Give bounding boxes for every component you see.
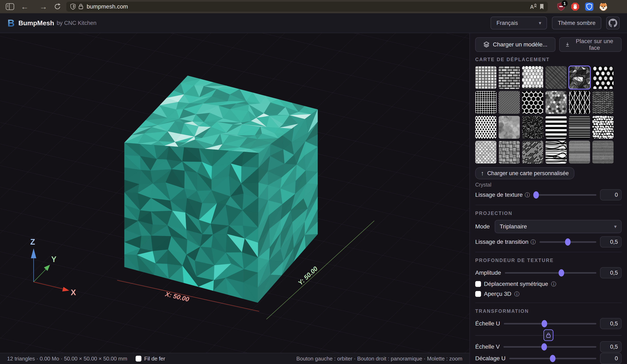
texture-map-honeycomb[interactable] <box>522 91 543 114</box>
svg-text:A: A <box>530 4 534 10</box>
texture-map-knit[interactable] <box>592 91 614 114</box>
preview-3d-checkbox[interactable] <box>475 291 481 297</box>
github-icon <box>609 19 617 27</box>
info-icon[interactable]: ⓘ <box>551 281 556 288</box>
z-axis-label: Z <box>30 238 35 246</box>
browser-reload-icon[interactable] <box>53 3 61 10</box>
texture-map-planks[interactable] <box>569 141 590 163</box>
browser-sidebar-toggle-icon[interactable] <box>5 2 14 11</box>
texture-map-hex-mosaic[interactable] <box>545 91 567 114</box>
bitwarden-shield-extension-icon[interactable] <box>585 2 594 11</box>
texture-map-pixel-noise[interactable] <box>522 116 543 139</box>
download-icon <box>565 42 570 48</box>
info-icon[interactable]: ⓘ <box>530 239 536 245</box>
scale-u-slider[interactable] <box>504 323 596 324</box>
texture-map-basket-weave[interactable] <box>499 141 520 163</box>
texture-map-grid-lines[interactable] <box>475 91 496 114</box>
wireframe-toggle[interactable]: Fil de fer <box>136 356 165 362</box>
texture-map-pebbles[interactable] <box>592 116 614 139</box>
texture-smoothing-row: Lissage de textureⓘ 0 <box>475 189 622 201</box>
amplitude-slider[interactable] <box>505 272 596 274</box>
symmetric-displacement-label: Déplacement symétrique <box>484 281 548 287</box>
texture-map-dots[interactable] <box>592 66 614 89</box>
load-model-label: Charger un modèle... <box>493 41 547 48</box>
texture-depth-section-title: PROFONDEUR DE TEXTURE <box>475 258 622 263</box>
preview-3d-label: Aperçu 3D <box>484 291 511 297</box>
transition-smoothing-value[interactable]: 0,5 <box>600 236 622 248</box>
scale-u-label: Échelle U <box>475 320 500 327</box>
slider-thumb[interactable] <box>541 343 547 351</box>
language-select[interactable]: Français ▾ <box>491 17 547 29</box>
browser-toolbar: ← → bumpmesh.com A 1 <box>0 0 627 13</box>
slider-thumb[interactable] <box>542 320 547 327</box>
chevron-down-icon: ▾ <box>614 224 617 229</box>
texture-smoothing-value[interactable]: 0 <box>600 189 622 201</box>
texture-map-scales[interactable] <box>475 141 496 163</box>
model-stats: 12 triangles · 0.00 Mo · 50.00 × 50.00 ×… <box>7 356 127 362</box>
bookmark-icon[interactable] <box>539 3 544 10</box>
browser-back-icon[interactable]: ← <box>16 3 33 10</box>
scale-u-value[interactable]: 0,5 <box>600 318 622 329</box>
scale-v-value[interactable]: 0,5 <box>600 341 622 352</box>
privacy-badger-extension-icon[interactable]: 1 <box>557 2 566 11</box>
amplitude-row: Amplitude 0,5 <box>475 267 622 279</box>
transformation-section-title: TRANSFORMATION <box>475 309 622 314</box>
slider-thumb[interactable] <box>550 355 555 362</box>
texture-map-wood-grain[interactable] <box>545 141 567 163</box>
symmetric-displacement-toggle[interactable]: Déplacement symétrique ⓘ <box>475 279 622 289</box>
transition-smoothing-slider[interactable] <box>539 241 596 243</box>
texture-map-knurl-crosshatch[interactable] <box>499 91 520 114</box>
amplitude-value[interactable]: 0,5 <box>600 267 622 278</box>
texture-map-clouds-noise[interactable] <box>499 116 520 139</box>
load-model-button[interactable]: Charger un modèle... <box>475 37 555 52</box>
translate-icon[interactable]: A <box>529 3 537 10</box>
wireframe-label: Fil de fer <box>144 356 165 362</box>
privacy-shield-icon[interactable] <box>70 3 76 10</box>
texture-map-crystal[interactable] <box>569 66 590 89</box>
wireframe-checkbox[interactable] <box>136 356 141 362</box>
texture-map-bubbles[interactable] <box>522 66 543 89</box>
symmetric-displacement-checkbox[interactable] <box>475 281 481 287</box>
offset-u-value[interactable]: 0 <box>600 353 622 364</box>
x-axis-arrow <box>62 287 69 291</box>
mouse-hints: Bouton gauche : orbiter · Bouton droit :… <box>296 356 462 362</box>
browser-forward-icon[interactable]: → <box>35 3 52 10</box>
theme-toggle-button[interactable]: Thème sombre <box>552 17 601 29</box>
url-bar[interactable]: bumpmesh.com A <box>66 2 548 12</box>
texture-map-bricks[interactable] <box>499 66 520 89</box>
info-icon[interactable]: ⓘ <box>514 291 520 298</box>
projection-mode-select[interactable]: Triplanaire ▾ <box>495 220 622 233</box>
z-axis-arrow <box>31 248 36 258</box>
texture-map-triangle-lattice[interactable] <box>569 91 590 114</box>
texture-map-planks-rough[interactable] <box>592 141 614 163</box>
upload-custom-map-button[interactable]: ↑ Charger une carte personnalisée <box>475 167 574 179</box>
upload-arrow-icon: ↑ <box>481 170 484 177</box>
texture-map-diamond-mesh[interactable] <box>475 116 496 139</box>
chevron-down-icon: ▾ <box>539 20 541 26</box>
offset-u-slider[interactable] <box>509 358 596 359</box>
texture-map-tweed[interactable] <box>522 141 543 163</box>
url-text[interactable]: bumpmesh.com <box>87 3 128 10</box>
uv-scale-lock-button[interactable] <box>543 329 553 341</box>
displacement-map-section-title: CARTE DE DÉPLACEMENT <box>475 57 622 62</box>
slider-thumb[interactable] <box>565 238 571 246</box>
dimension-label-x: X: 50.00 <box>164 290 190 303</box>
offset-u-row: Décalage U 0 <box>475 353 622 364</box>
status-bar: 12 triangles · 0.00 Mo · 50.00 × 50.00 ×… <box>0 353 470 364</box>
adblock-hand-extension-icon[interactable] <box>571 2 580 11</box>
github-link-button[interactable] <box>606 17 620 29</box>
texture-smoothing-slider[interactable] <box>534 194 596 196</box>
red-panda-extension-icon[interactable] <box>599 2 608 11</box>
slider-thumb[interactable] <box>533 191 539 199</box>
texture-map-stripes-thin[interactable] <box>569 116 590 139</box>
place-on-face-button[interactable]: Placer sur une face <box>559 37 622 52</box>
info-icon[interactable]: ⓘ <box>525 192 530 198</box>
preview-3d-toggle[interactable]: Aperçu 3D ⓘ <box>475 289 622 299</box>
amplitude-label: Amplitude <box>475 269 501 276</box>
viewport-3d[interactable]: X: 50.00 Y: 50.00 Z Y X 12 triangles · 0… <box>0 33 470 364</box>
scale-v-slider[interactable] <box>503 346 596 348</box>
texture-map-stripes-thick[interactable] <box>545 116 567 139</box>
texture-map-squares-tiles[interactable] <box>475 66 496 89</box>
slider-thumb[interactable] <box>559 269 564 276</box>
texture-map-carbon-weave[interactable] <box>545 66 567 89</box>
